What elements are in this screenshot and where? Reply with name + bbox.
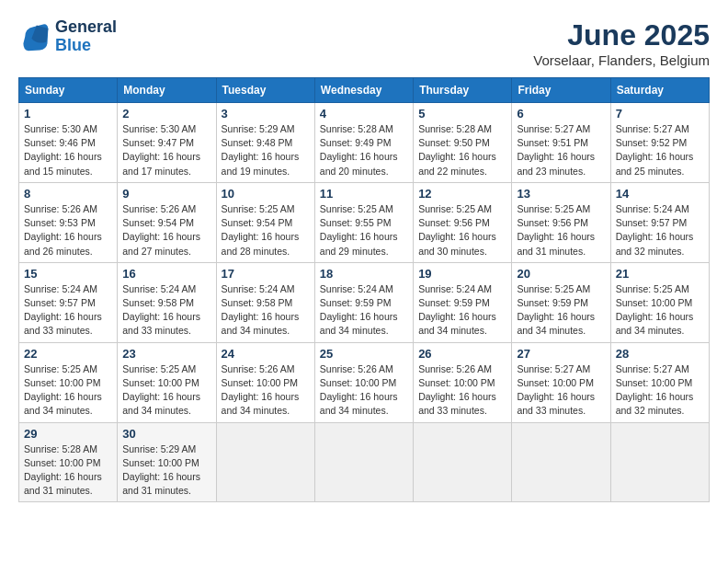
- cell-info: Sunrise: 5:27 AMSunset: 9:51 PMDaylight:…: [517, 122, 605, 178]
- calendar-row: 29Sunrise: 5:28 AMSunset: 10:00 PMDaylig…: [19, 422, 710, 502]
- calendar-cell: 20Sunrise: 5:25 AMSunset: 9:59 PMDayligh…: [512, 262, 610, 342]
- day-number: 20: [517, 267, 605, 281]
- day-number: 6: [517, 107, 605, 121]
- day-number: 8: [24, 187, 112, 201]
- calendar-cell: 7Sunrise: 5:27 AMSunset: 9:52 PMDaylight…: [610, 103, 709, 183]
- day-number: 1: [24, 107, 112, 121]
- day-number: 28: [616, 347, 704, 361]
- cell-info: Sunrise: 5:25 AMSunset: 9:54 PMDaylight:…: [222, 202, 310, 259]
- header-friday: Friday: [512, 78, 610, 103]
- calendar-cell: 14Sunrise: 5:24 AMSunset: 9:57 PMDayligh…: [610, 182, 709, 262]
- calendar-cell: 13Sunrise: 5:25 AMSunset: 9:56 PMDayligh…: [512, 182, 610, 262]
- calendar-cell: 22Sunrise: 5:25 AMSunset: 10:00 PMDaylig…: [19, 342, 118, 422]
- cell-info: Sunrise: 5:26 AMSunset: 9:54 PMDaylight:…: [122, 202, 210, 259]
- calendar-cell: 17Sunrise: 5:24 AMSunset: 9:58 PMDayligh…: [216, 262, 314, 342]
- day-number: 30: [122, 427, 210, 441]
- cell-info: Sunrise: 5:26 AMSunset: 10:00 PMDaylight…: [222, 362, 310, 419]
- header-sunday: Sunday: [19, 78, 118, 103]
- calendar-cell: 25Sunrise: 5:26 AMSunset: 10:00 PMDaylig…: [314, 342, 413, 422]
- calendar-cell: [216, 422, 314, 502]
- cell-info: Sunrise: 5:28 AMSunset: 10:00 PMDaylight…: [24, 442, 112, 499]
- calendar-header-row: SundayMondayTuesdayWednesdayThursdayFrid…: [19, 78, 710, 103]
- cell-info: Sunrise: 5:27 AMSunset: 10:00 PMDaylight…: [517, 362, 605, 419]
- calendar-cell: 12Sunrise: 5:25 AMSunset: 9:56 PMDayligh…: [414, 182, 512, 262]
- location: Vorselaar, Flanders, Belgium: [533, 52, 710, 68]
- cell-info: Sunrise: 5:24 AMSunset: 9:58 PMDaylight:…: [222, 282, 310, 339]
- logo-text-block: General Blue: [55, 18, 117, 55]
- calendar-cell: 11Sunrise: 5:25 AMSunset: 9:55 PMDayligh…: [314, 182, 413, 262]
- logo-line1: General: [55, 18, 117, 37]
- calendar-cell: 19Sunrise: 5:24 AMSunset: 9:59 PMDayligh…: [414, 262, 512, 342]
- calendar-row: 1Sunrise: 5:30 AMSunset: 9:46 PMDaylight…: [19, 103, 710, 183]
- calendar-cell: 26Sunrise: 5:26 AMSunset: 10:00 PMDaylig…: [414, 342, 512, 422]
- cell-info: Sunrise: 5:26 AMSunset: 10:00 PMDaylight…: [418, 362, 506, 419]
- cell-info: Sunrise: 5:26 AMSunset: 10:00 PMDaylight…: [320, 362, 408, 419]
- header-monday: Monday: [118, 78, 216, 103]
- month-title: June 2025: [533, 18, 710, 52]
- calendar-cell: 21Sunrise: 5:25 AMSunset: 10:00 PMDaylig…: [610, 262, 709, 342]
- cell-info: Sunrise: 5:25 AMSunset: 10:00 PMDaylight…: [616, 282, 704, 339]
- calendar-cell: 27Sunrise: 5:27 AMSunset: 10:00 PMDaylig…: [512, 342, 610, 422]
- calendar-cell: [512, 422, 610, 502]
- day-number: 7: [616, 107, 704, 121]
- cell-info: Sunrise: 5:25 AMSunset: 10:00 PMDaylight…: [122, 362, 210, 419]
- day-number: 25: [320, 347, 408, 361]
- calendar-cell: 8Sunrise: 5:26 AMSunset: 9:53 PMDaylight…: [19, 182, 118, 262]
- day-number: 19: [418, 267, 506, 281]
- calendar-row: 8Sunrise: 5:26 AMSunset: 9:53 PMDaylight…: [19, 182, 710, 262]
- day-number: 26: [418, 347, 506, 361]
- day-number: 24: [222, 347, 310, 361]
- cell-info: Sunrise: 5:29 AMSunset: 9:48 PMDaylight:…: [222, 122, 310, 178]
- cell-info: Sunrise: 5:24 AMSunset: 9:59 PMDaylight:…: [320, 282, 408, 339]
- day-number: 10: [222, 187, 310, 201]
- calendar-cell: 15Sunrise: 5:24 AMSunset: 9:57 PMDayligh…: [19, 262, 118, 342]
- day-number: 29: [24, 427, 112, 441]
- cell-info: Sunrise: 5:25 AMSunset: 10:00 PMDaylight…: [24, 362, 112, 419]
- calendar-cell: [414, 422, 512, 502]
- day-number: 27: [517, 347, 605, 361]
- cell-info: Sunrise: 5:25 AMSunset: 9:56 PMDaylight:…: [517, 202, 605, 259]
- calendar-cell: 30Sunrise: 5:29 AMSunset: 10:00 PMDaylig…: [118, 422, 216, 502]
- calendar-cell: 24Sunrise: 5:26 AMSunset: 10:00 PMDaylig…: [216, 342, 314, 422]
- calendar-cell: [314, 422, 413, 502]
- calendar-cell: 1Sunrise: 5:30 AMSunset: 9:46 PMDaylight…: [19, 103, 118, 183]
- title-area: June 2025 Vorselaar, Flanders, Belgium: [533, 18, 710, 68]
- header-saturday: Saturday: [610, 78, 709, 103]
- calendar-cell: 28Sunrise: 5:27 AMSunset: 10:00 PMDaylig…: [610, 342, 709, 422]
- day-number: 22: [24, 347, 112, 361]
- calendar-cell: 4Sunrise: 5:28 AMSunset: 9:49 PMDaylight…: [314, 103, 413, 183]
- day-number: 13: [517, 187, 605, 201]
- cell-info: Sunrise: 5:28 AMSunset: 9:50 PMDaylight:…: [418, 122, 506, 178]
- day-number: 11: [320, 187, 408, 201]
- cell-info: Sunrise: 5:25 AMSunset: 9:55 PMDaylight:…: [320, 202, 408, 259]
- day-number: 5: [418, 107, 506, 121]
- day-number: 4: [320, 107, 408, 121]
- cell-info: Sunrise: 5:24 AMSunset: 9:57 PMDaylight:…: [616, 202, 704, 259]
- calendar-cell: 3Sunrise: 5:29 AMSunset: 9:48 PMDaylight…: [216, 103, 314, 183]
- day-number: 3: [222, 107, 310, 121]
- calendar-cell: 16Sunrise: 5:24 AMSunset: 9:58 PMDayligh…: [118, 262, 216, 342]
- day-number: 21: [616, 267, 704, 281]
- cell-info: Sunrise: 5:29 AMSunset: 10:00 PMDaylight…: [122, 442, 210, 499]
- day-number: 14: [616, 187, 704, 201]
- calendar-cell: 6Sunrise: 5:27 AMSunset: 9:51 PMDaylight…: [512, 103, 610, 183]
- day-number: 17: [222, 267, 310, 281]
- logo-line2: Blue: [55, 37, 117, 55]
- day-number: 23: [122, 347, 210, 361]
- calendar-cell: 10Sunrise: 5:25 AMSunset: 9:54 PMDayligh…: [216, 182, 314, 262]
- logo-icon: [18, 20, 51, 53]
- calendar-cell: 18Sunrise: 5:24 AMSunset: 9:59 PMDayligh…: [314, 262, 413, 342]
- calendar-cell: [610, 422, 709, 502]
- cell-info: Sunrise: 5:28 AMSunset: 9:49 PMDaylight:…: [320, 122, 408, 178]
- header-thursday: Thursday: [414, 78, 512, 103]
- calendar: SundayMondayTuesdayWednesdayThursdayFrid…: [18, 77, 710, 502]
- calendar-cell: 9Sunrise: 5:26 AMSunset: 9:54 PMDaylight…: [118, 182, 216, 262]
- cell-info: Sunrise: 5:30 AMSunset: 9:47 PMDaylight:…: [122, 122, 210, 178]
- calendar-row: 22Sunrise: 5:25 AMSunset: 10:00 PMDaylig…: [19, 342, 710, 422]
- calendar-row: 15Sunrise: 5:24 AMSunset: 9:57 PMDayligh…: [19, 262, 710, 342]
- calendar-cell: 2Sunrise: 5:30 AMSunset: 9:47 PMDaylight…: [118, 103, 216, 183]
- day-number: 15: [24, 267, 112, 281]
- cell-info: Sunrise: 5:27 AMSunset: 10:00 PMDaylight…: [616, 362, 704, 419]
- header-tuesday: Tuesday: [216, 78, 314, 103]
- header-wednesday: Wednesday: [314, 78, 413, 103]
